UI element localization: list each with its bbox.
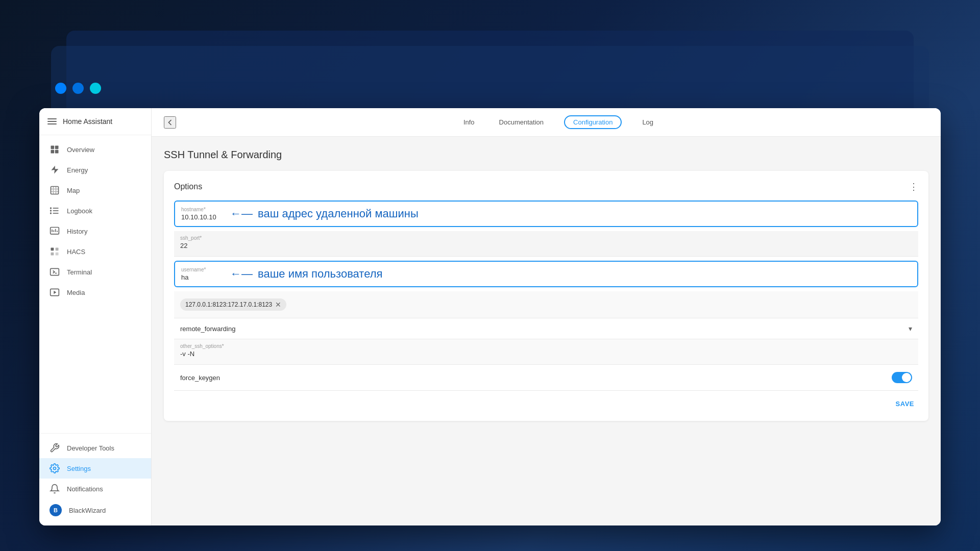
lightning-icon [50,165,60,175]
sidebar-item-developer-tools[interactable]: Developer Tools [39,438,151,458]
sidebar-item-label: Map [67,187,80,194]
tab-configuration[interactable]: Configuration [564,115,622,129]
svg-point-24 [54,467,56,470]
remote-forwarding-field[interactable]: remote_forwarding ▾ [174,318,918,339]
svg-rect-0 [51,146,55,149]
traffic-lights [55,83,101,94]
svg-marker-23 [54,291,56,294]
more-button[interactable]: ⋮ [909,181,918,192]
sidebar-item-label: Terminal [67,268,92,276]
traffic-light-yellow[interactable] [72,83,84,94]
sidebar-item-media[interactable]: Media [39,282,151,303]
chip-close-button[interactable]: ✕ [275,300,281,309]
sidebar-item-history[interactable]: History [39,221,151,241]
hostname-label: hostname* [181,207,222,212]
ssh-port-field[interactable]: ssh_port* 22 [174,231,918,257]
tab-log[interactable]: Log [638,116,657,128]
sidebar: Home Assistant Overview Energy [39,108,152,525]
sidebar-item-notifications[interactable]: Notifications [39,479,151,499]
tab-info[interactable]: Info [459,116,479,128]
sidebar-header: Home Assistant [39,108,151,135]
other-ssh-options-value: -v -N [180,350,912,358]
username-annotation: ←— ваше имя пользователя [222,267,390,281]
hostname-annotation: ←— ваш адрес удаленной машины [222,207,427,220]
bell-icon [50,484,60,494]
ssh-port-label: ssh_port* [180,235,912,241]
map-icon [50,185,60,195]
options-title: Options [174,182,202,191]
avatar: B [50,504,62,516]
options-card: Options ⋮ hostname* 10.10.10.10 ←— ваш а… [164,171,928,421]
force-keygen-row: force_keygen [174,365,918,391]
username-annotation-text: ваше имя пользователя [258,267,382,281]
back-button[interactable] [164,116,176,129]
sidebar-item-label: Notifications [67,485,103,493]
hostname-field[interactable]: hostname* 10.10.10.10 ←— ваш адрес удале… [174,201,918,227]
sidebar-item-settings[interactable]: Settings [39,458,151,479]
sidebar-item-label: Energy [67,166,88,174]
sidebar-item-overview[interactable]: Overview [39,139,151,160]
settings-icon [50,463,60,473]
sidebar-item-logbook[interactable]: Logbook [39,201,151,221]
other-ssh-options-label: other_ssh_options* [180,343,912,349]
sidebar-title: Home Assistant [63,117,112,126]
username-field-block: username* ha [181,267,222,281]
save-button[interactable]: SAVE [892,397,918,411]
sidebar-item-label: BlackWizard [69,507,106,514]
hostname-annotation-text: ваш адрес удаленной машины [258,207,419,220]
svg-rect-19 [56,253,59,256]
hacs-icon [50,246,60,257]
hostname-field-block: hostname* 10.10.10.10 [181,207,222,221]
sidebar-item-label: Settings [67,465,91,472]
top-nav: Info Documentation Configuration Log [459,115,657,129]
sidebar-item-energy[interactable]: Energy [39,160,151,180]
sidebar-bottom: Developer Tools Settings Notifications B… [39,433,151,525]
traffic-light-green[interactable] [90,83,101,94]
page-title: SSH Tunnel & Forwarding [164,149,928,161]
ssh-port-value: 22 [180,242,912,249]
top-bar: Info Documentation Configuration Log [152,108,941,137]
svg-rect-3 [55,150,59,154]
chip-value: 127.0.0.1:8123:172.17.0.1:8123 [185,301,272,308]
tab-documentation[interactable]: Documentation [495,116,548,128]
list-icon [50,206,60,216]
chevron-down-icon: ▾ [909,324,912,333]
other-ssh-options-field[interactable]: other_ssh_options* -v -N [174,339,918,365]
media-icon [50,287,60,297]
svg-rect-4 [51,187,59,194]
svg-rect-2 [51,150,55,154]
sidebar-item-hacs[interactable]: HACS [39,241,151,262]
hamburger-icon[interactable] [47,118,57,124]
main-window: Home Assistant Overview Energy [39,108,941,525]
username-field[interactable]: username* ha ←— ваше имя пользователя [174,261,918,287]
sidebar-nav: Overview Energy Map Logboo [39,135,151,433]
sidebar-item-label: Media [67,289,85,296]
terminal-icon [50,267,60,277]
svg-point-8 [51,208,52,209]
svg-rect-16 [51,248,54,251]
sidebar-item-label: Overview [67,146,94,154]
username-value: ha [181,273,222,281]
sidebar-item-terminal[interactable]: Terminal [39,262,151,282]
svg-rect-1 [55,146,59,149]
remote-forwarding-label: remote_forwarding [180,325,235,333]
force-keygen-label: force_keygen [180,374,220,382]
svg-point-9 [51,210,52,211]
sidebar-item-user[interactable]: B BlackWizard [39,499,151,521]
sidebar-item-label: HACS [67,248,85,256]
sidebar-item-label: Logbook [67,207,92,215]
forwarding-chip: 127.0.0.1:8123:172.17.0.1:8123 ✕ [180,298,286,311]
save-btn-row: SAVE [174,391,918,411]
traffic-light-red[interactable] [55,83,66,94]
force-keygen-toggle[interactable] [892,372,912,383]
history-icon [50,226,60,236]
svg-rect-11 [51,228,59,234]
svg-point-10 [51,213,52,214]
svg-rect-18 [51,253,54,256]
sidebar-item-map[interactable]: Map [39,180,151,201]
options-header: Options ⋮ [174,181,918,192]
sidebar-item-label: Developer Tools [67,444,114,452]
username-label: username* [181,267,222,272]
local-forwarding-field: 127.0.0.1:8123:172.17.0.1:8123 ✕ [174,291,918,318]
svg-rect-17 [56,248,59,251]
